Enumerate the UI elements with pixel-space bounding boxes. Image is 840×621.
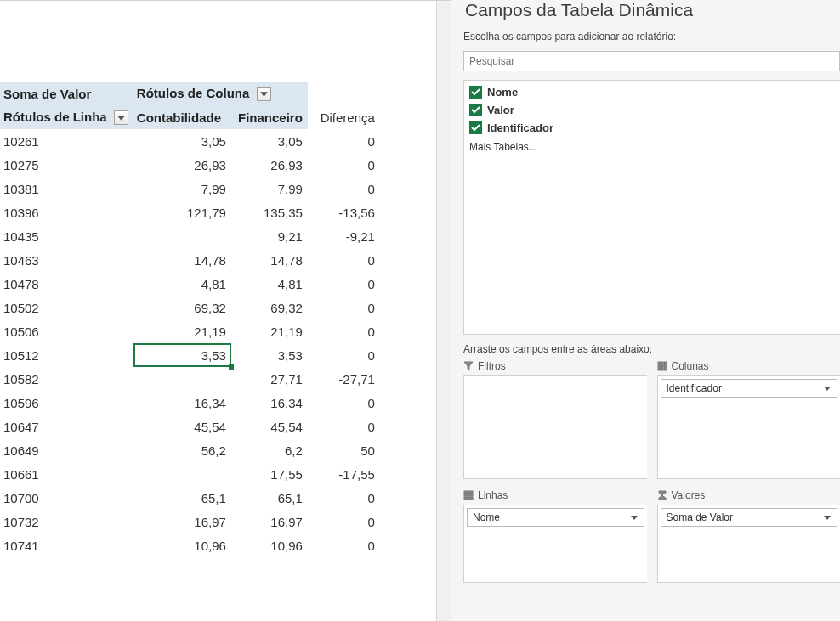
vertical-scrollbar[interactable]: [436, 1, 451, 621]
diferenca-cell[interactable]: -9,21: [308, 224, 380, 248]
area-field-pill[interactable]: Soma de Valor: [661, 508, 838, 527]
field-item[interactable]: Identificador: [469, 120, 835, 138]
financeiro-cell[interactable]: 7,99: [231, 177, 308, 200]
diferenca-cell[interactable]: 0: [308, 415, 380, 438]
contabilidade-cell[interactable]: 4,81: [133, 272, 231, 296]
rows-drop-zone[interactable]: Nome: [463, 505, 647, 583]
diferenca-cell[interactable]: -27,71: [308, 367, 380, 391]
row-id-cell[interactable]: 10582: [0, 367, 133, 391]
contabilidade-cell[interactable]: 3,05: [133, 129, 231, 153]
values-area[interactable]: Valores Soma de Valor: [657, 489, 841, 583]
area-field-pill[interactable]: Identificador: [661, 379, 838, 398]
contabilidade-cell[interactable]: 65,1: [133, 486, 231, 510]
row-id-cell[interactable]: 10741: [0, 533, 133, 557]
diferenca-cell[interactable]: 50: [308, 438, 380, 462]
row-id-cell[interactable]: 10506: [0, 319, 133, 343]
financeiro-cell[interactable]: 26,93: [231, 153, 308, 177]
row-id-cell[interactable]: 10661: [0, 462, 133, 486]
row-id-cell[interactable]: 10649: [0, 438, 133, 462]
contabilidade-cell[interactable]: [133, 367, 231, 391]
column-labels-header[interactable]: Rótulos de Coluna: [133, 82, 308, 105]
financeiro-cell[interactable]: 135,35: [231, 200, 308, 224]
row-id-cell[interactable]: 10512: [0, 343, 133, 367]
contabilidade-cell[interactable]: 3,53: [133, 343, 231, 367]
columns-area[interactable]: Colunas Identificador: [657, 360, 841, 479]
row-id-cell[interactable]: 10381: [0, 177, 133, 200]
row-id-cell[interactable]: 10396: [0, 200, 133, 224]
pivot-table[interactable]: Soma de Valor Rótulos de Coluna Rótulos …: [0, 82, 380, 557]
row-id-cell[interactable]: 10275: [0, 153, 133, 177]
search-input[interactable]: [463, 51, 840, 71]
diferenca-cell[interactable]: 0: [308, 343, 380, 367]
financeiro-cell[interactable]: 10,96: [231, 533, 308, 557]
chevron-down-icon[interactable]: [821, 511, 833, 523]
financeiro-cell[interactable]: 69,32: [231, 296, 308, 319]
row-id-cell[interactable]: 10478: [0, 272, 133, 296]
diferenca-cell[interactable]: 0: [308, 533, 380, 557]
checkbox-checked-icon[interactable]: [469, 86, 482, 99]
values-drop-zone[interactable]: Soma de Valor: [657, 505, 841, 583]
financeiro-cell[interactable]: 16,34: [231, 391, 308, 415]
contabilidade-cell[interactable]: 10,96: [133, 533, 231, 557]
financeiro-cell[interactable]: 6,2: [231, 438, 308, 462]
more-tables-link[interactable]: Mais Tabelas...: [469, 138, 835, 153]
financeiro-cell[interactable]: 45,54: [231, 415, 308, 438]
diferenca-cell[interactable]: 0: [308, 248, 380, 272]
diferenca-cell[interactable]: 0: [308, 272, 380, 296]
financeiro-cell[interactable]: 17,55: [231, 462, 308, 486]
row-id-cell[interactable]: 10502: [0, 296, 133, 319]
financeiro-cell[interactable]: 14,78: [231, 248, 308, 272]
chevron-down-icon[interactable]: [821, 382, 833, 394]
financeiro-cell[interactable]: 3,05: [231, 129, 308, 153]
filters-drop-zone[interactable]: [463, 375, 647, 479]
checkbox-checked-icon[interactable]: [469, 121, 482, 134]
field-item[interactable]: Valor: [469, 102, 835, 120]
field-list[interactable]: NomeValorIdentificador Mais Tabelas...: [463, 80, 840, 335]
diferenca-cell[interactable]: -13,56: [308, 200, 380, 224]
column-labels-dropdown[interactable]: [257, 87, 271, 101]
diferenca-cell[interactable]: 0: [308, 510, 380, 533]
row-id-cell[interactable]: 10261: [0, 129, 133, 153]
row-id-cell[interactable]: 10700: [0, 486, 133, 510]
contabilidade-cell[interactable]: 69,32: [133, 296, 231, 319]
contabilidade-cell[interactable]: 16,34: [133, 391, 231, 415]
row-id-cell[interactable]: 10435: [0, 224, 133, 248]
diferenca-cell[interactable]: 0: [308, 486, 380, 510]
row-labels-dropdown[interactable]: [114, 110, 128, 125]
contabilidade-cell[interactable]: [133, 462, 231, 486]
chevron-down-icon[interactable]: [628, 511, 640, 523]
contabilidade-cell[interactable]: 56,2: [133, 438, 231, 462]
diferenca-cell[interactable]: 0: [308, 129, 380, 153]
financeiro-cell[interactable]: 65,1: [231, 486, 308, 510]
column-header-diferenca[interactable]: Diferença: [308, 105, 380, 129]
diferenca-cell[interactable]: 0: [308, 391, 380, 415]
column-header-financeiro[interactable]: Financeiro: [231, 105, 308, 129]
row-id-cell[interactable]: 10732: [0, 510, 133, 533]
financeiro-cell[interactable]: 27,71: [231, 367, 308, 391]
diferenca-cell[interactable]: -17,55: [308, 462, 380, 486]
columns-drop-zone[interactable]: Identificador: [657, 375, 841, 479]
rows-area[interactable]: Linhas Nome: [463, 489, 647, 583]
diferenca-cell[interactable]: 0: [308, 319, 380, 343]
column-header-contabilidade[interactable]: Contabilidade: [133, 105, 231, 129]
financeiro-cell[interactable]: 9,21: [231, 224, 308, 248]
worksheet-area[interactable]: Soma de Valor Rótulos de Coluna Rótulos …: [0, 0, 451, 621]
contabilidade-cell[interactable]: 121,79: [133, 200, 231, 224]
contabilidade-cell[interactable]: 16,97: [133, 510, 231, 533]
financeiro-cell[interactable]: 21,19: [231, 319, 308, 343]
financeiro-cell[interactable]: 3,53: [231, 343, 308, 367]
area-field-pill[interactable]: Nome: [467, 508, 644, 527]
row-id-cell[interactable]: 10647: [0, 415, 133, 438]
row-id-cell[interactable]: 10463: [0, 248, 133, 272]
checkbox-checked-icon[interactable]: [469, 104, 482, 116]
field-item[interactable]: Nome: [469, 84, 835, 102]
contabilidade-cell[interactable]: [133, 224, 231, 248]
filters-area[interactable]: Filtros: [463, 360, 647, 479]
row-id-cell[interactable]: 10596: [0, 391, 133, 415]
contabilidade-cell[interactable]: 14,78: [133, 248, 231, 272]
contabilidade-cell[interactable]: 21,19: [133, 319, 231, 343]
financeiro-cell[interactable]: 16,97: [231, 510, 308, 533]
contabilidade-cell[interactable]: 7,99: [133, 177, 231, 200]
diferenca-cell[interactable]: 0: [308, 296, 380, 319]
diferenca-cell[interactable]: 0: [308, 153, 380, 177]
